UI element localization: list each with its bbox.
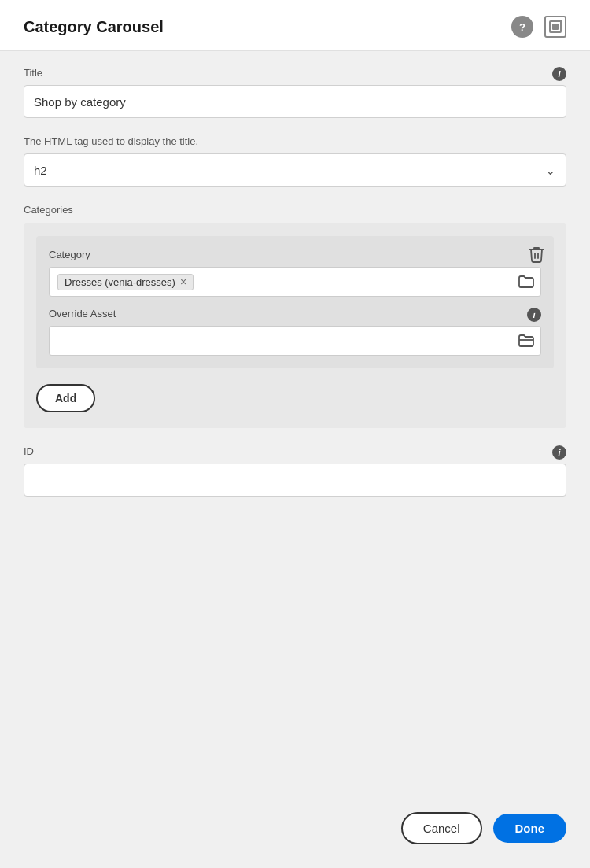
category-input-row: Dresses (venia-dresses) × — [49, 267, 541, 297]
panel-content: i Title The HTML tag used to display the… — [0, 51, 590, 520]
help-button[interactable]: ? — [511, 16, 533, 38]
category-card: Category Dresses (venia-dresses) × — [36, 236, 554, 368]
category-browse-button[interactable] — [511, 267, 541, 297]
footer-buttons: Cancel Done — [401, 812, 566, 844]
svg-rect-1 — [552, 24, 559, 30]
trash-icon — [529, 246, 544, 263]
categories-container: Category Dresses (venia-dresses) × — [24, 223, 566, 428]
svg-rect-0 — [550, 21, 561, 32]
html-tag-helper-text: The HTML tag used to display the title. — [24, 135, 566, 147]
delete-category-button[interactable] — [529, 246, 544, 263]
id-label: ID — [24, 445, 566, 457]
title-label: Title — [24, 67, 566, 79]
html-tag-field-group: The HTML tag used to display the title. … — [24, 135, 566, 187]
categories-field-group: Categories Category — [24, 204, 566, 428]
override-browse-button[interactable] — [511, 326, 541, 356]
title-input[interactable] — [24, 85, 566, 118]
folder-icon — [518, 275, 534, 289]
category-tag-text: Dresses (venia-dresses) — [65, 276, 175, 288]
category-tag: Dresses (venia-dresses) × — [57, 274, 194, 290]
title-field-group: i Title — [24, 67, 566, 118]
panel-title: Category Carousel — [24, 18, 164, 36]
override-asset-input[interactable] — [49, 326, 511, 356]
override-asset-label: Override Asset — [49, 308, 541, 319]
cancel-button[interactable]: Cancel — [401, 812, 482, 844]
category-field-label: Category — [49, 249, 541, 260]
categories-label: Categories — [24, 204, 566, 216]
expand-button[interactable] — [544, 16, 566, 38]
add-category-button[interactable]: Add — [36, 384, 95, 412]
override-info-icon[interactable]: i — [527, 308, 541, 322]
category-tag-input[interactable]: Dresses (venia-dresses) × — [49, 267, 511, 297]
id-input[interactable] — [24, 464, 566, 497]
override-input-row — [49, 326, 541, 356]
html-tag-select[interactable]: h1 h2 h3 h4 h5 h6 p — [24, 153, 566, 187]
category-carousel-panel: Category Carousel ? i Title The HTML tag… — [0, 0, 590, 868]
id-info-icon[interactable]: i — [552, 445, 566, 460]
panel-header: Category Carousel ? — [0, 0, 590, 51]
folder-open-icon — [518, 334, 534, 348]
id-field-group: i ID — [24, 445, 566, 497]
tag-remove-button[interactable]: × — [180, 276, 186, 287]
add-button-label: Add — [55, 392, 76, 404]
override-asset-row: i Override Asset — [49, 308, 541, 356]
title-info-icon[interactable]: i — [552, 67, 566, 81]
done-label: Done — [515, 822, 545, 835]
html-tag-select-wrapper: h1 h2 h3 h4 h5 h6 p ⌄ — [24, 153, 566, 187]
done-button[interactable]: Done — [493, 814, 567, 843]
header-icons: ? — [511, 16, 566, 38]
cancel-label: Cancel — [423, 822, 460, 835]
